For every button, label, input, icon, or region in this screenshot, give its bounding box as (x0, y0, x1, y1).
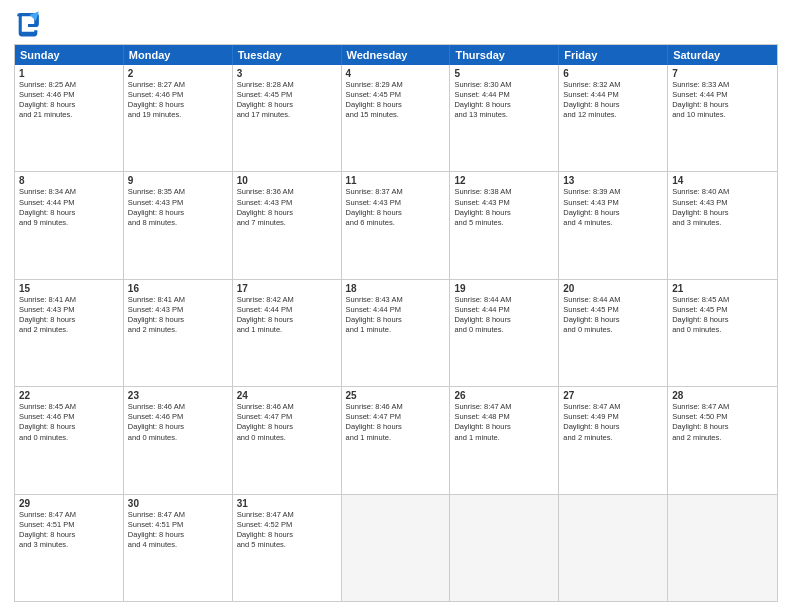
day-number: 30 (128, 498, 228, 509)
calendar-cell-1: 1Sunrise: 8:25 AM Sunset: 4:46 PM Daylig… (15, 65, 124, 171)
day-number: 5 (454, 68, 554, 79)
cell-info: Sunrise: 8:44 AM Sunset: 4:44 PM Dayligh… (454, 295, 554, 336)
cell-info: Sunrise: 8:45 AM Sunset: 4:46 PM Dayligh… (19, 402, 119, 443)
calendar-cell-17: 17Sunrise: 8:42 AM Sunset: 4:44 PM Dayli… (233, 280, 342, 386)
header-day-monday: Monday (124, 45, 233, 65)
day-number: 25 (346, 390, 446, 401)
top-area (14, 10, 778, 38)
calendar-cell-empty-4-3 (342, 495, 451, 601)
logo-icon (14, 10, 42, 38)
calendar-row-4: 22Sunrise: 8:45 AM Sunset: 4:46 PM Dayli… (15, 386, 777, 493)
calendar-cell-empty-4-4 (450, 495, 559, 601)
calendar-cell-16: 16Sunrise: 8:41 AM Sunset: 4:43 PM Dayli… (124, 280, 233, 386)
calendar-cell-29: 29Sunrise: 8:47 AM Sunset: 4:51 PM Dayli… (15, 495, 124, 601)
cell-info: Sunrise: 8:47 AM Sunset: 4:49 PM Dayligh… (563, 402, 663, 443)
cell-info: Sunrise: 8:46 AM Sunset: 4:47 PM Dayligh… (346, 402, 446, 443)
cell-info: Sunrise: 8:39 AM Sunset: 4:43 PM Dayligh… (563, 187, 663, 228)
day-number: 28 (672, 390, 773, 401)
cell-info: Sunrise: 8:42 AM Sunset: 4:44 PM Dayligh… (237, 295, 337, 336)
day-number: 14 (672, 175, 773, 186)
day-number: 16 (128, 283, 228, 294)
calendar-cell-31: 31Sunrise: 8:47 AM Sunset: 4:52 PM Dayli… (233, 495, 342, 601)
calendar-cell-21: 21Sunrise: 8:45 AM Sunset: 4:45 PM Dayli… (668, 280, 777, 386)
day-number: 9 (128, 175, 228, 186)
cell-info: Sunrise: 8:41 AM Sunset: 4:43 PM Dayligh… (19, 295, 119, 336)
calendar-cell-14: 14Sunrise: 8:40 AM Sunset: 4:43 PM Dayli… (668, 172, 777, 278)
day-number: 10 (237, 175, 337, 186)
calendar-cell-27: 27Sunrise: 8:47 AM Sunset: 4:49 PM Dayli… (559, 387, 668, 493)
calendar-cell-12: 12Sunrise: 8:38 AM Sunset: 4:43 PM Dayli… (450, 172, 559, 278)
calendar-cell-15: 15Sunrise: 8:41 AM Sunset: 4:43 PM Dayli… (15, 280, 124, 386)
header-day-saturday: Saturday (668, 45, 777, 65)
cell-info: Sunrise: 8:41 AM Sunset: 4:43 PM Dayligh… (128, 295, 228, 336)
calendar-cell-2: 2Sunrise: 8:27 AM Sunset: 4:46 PM Daylig… (124, 65, 233, 171)
calendar: SundayMondayTuesdayWednesdayThursdayFrid… (14, 44, 778, 602)
cell-info: Sunrise: 8:36 AM Sunset: 4:43 PM Dayligh… (237, 187, 337, 228)
day-number: 6 (563, 68, 663, 79)
day-number: 15 (19, 283, 119, 294)
calendar-cell-25: 25Sunrise: 8:46 AM Sunset: 4:47 PM Dayli… (342, 387, 451, 493)
calendar-row-1: 1Sunrise: 8:25 AM Sunset: 4:46 PM Daylig… (15, 65, 777, 171)
calendar-cell-22: 22Sunrise: 8:45 AM Sunset: 4:46 PM Dayli… (15, 387, 124, 493)
cell-info: Sunrise: 8:47 AM Sunset: 4:48 PM Dayligh… (454, 402, 554, 443)
calendar-cell-5: 5Sunrise: 8:30 AM Sunset: 4:44 PM Daylig… (450, 65, 559, 171)
day-number: 21 (672, 283, 773, 294)
header-day-thursday: Thursday (450, 45, 559, 65)
calendar-cell-23: 23Sunrise: 8:46 AM Sunset: 4:46 PM Dayli… (124, 387, 233, 493)
calendar-row-3: 15Sunrise: 8:41 AM Sunset: 4:43 PM Dayli… (15, 279, 777, 386)
cell-info: Sunrise: 8:38 AM Sunset: 4:43 PM Dayligh… (454, 187, 554, 228)
cell-info: Sunrise: 8:46 AM Sunset: 4:47 PM Dayligh… (237, 402, 337, 443)
calendar-cell-3: 3Sunrise: 8:28 AM Sunset: 4:45 PM Daylig… (233, 65, 342, 171)
cell-info: Sunrise: 8:46 AM Sunset: 4:46 PM Dayligh… (128, 402, 228, 443)
calendar-cell-11: 11Sunrise: 8:37 AM Sunset: 4:43 PM Dayli… (342, 172, 451, 278)
cell-info: Sunrise: 8:35 AM Sunset: 4:43 PM Dayligh… (128, 187, 228, 228)
cell-info: Sunrise: 8:47 AM Sunset: 4:51 PM Dayligh… (128, 510, 228, 551)
day-number: 13 (563, 175, 663, 186)
cell-info: Sunrise: 8:25 AM Sunset: 4:46 PM Dayligh… (19, 80, 119, 121)
calendar-cell-7: 7Sunrise: 8:33 AM Sunset: 4:44 PM Daylig… (668, 65, 777, 171)
page: SundayMondayTuesdayWednesdayThursdayFrid… (0, 0, 792, 612)
cell-info: Sunrise: 8:27 AM Sunset: 4:46 PM Dayligh… (128, 80, 228, 121)
cell-info: Sunrise: 8:44 AM Sunset: 4:45 PM Dayligh… (563, 295, 663, 336)
cell-info: Sunrise: 8:37 AM Sunset: 4:43 PM Dayligh… (346, 187, 446, 228)
calendar-cell-empty-4-6 (668, 495, 777, 601)
day-number: 19 (454, 283, 554, 294)
day-number: 12 (454, 175, 554, 186)
cell-info: Sunrise: 8:47 AM Sunset: 4:50 PM Dayligh… (672, 402, 773, 443)
header-day-friday: Friday (559, 45, 668, 65)
day-number: 11 (346, 175, 446, 186)
calendar-cell-28: 28Sunrise: 8:47 AM Sunset: 4:50 PM Dayli… (668, 387, 777, 493)
day-number: 17 (237, 283, 337, 294)
cell-info: Sunrise: 8:43 AM Sunset: 4:44 PM Dayligh… (346, 295, 446, 336)
day-number: 1 (19, 68, 119, 79)
cell-info: Sunrise: 8:29 AM Sunset: 4:45 PM Dayligh… (346, 80, 446, 121)
cell-info: Sunrise: 8:28 AM Sunset: 4:45 PM Dayligh… (237, 80, 337, 121)
day-number: 2 (128, 68, 228, 79)
cell-info: Sunrise: 8:47 AM Sunset: 4:51 PM Dayligh… (19, 510, 119, 551)
calendar-body: 1Sunrise: 8:25 AM Sunset: 4:46 PM Daylig… (15, 65, 777, 601)
header-day-tuesday: Tuesday (233, 45, 342, 65)
day-number: 29 (19, 498, 119, 509)
day-number: 18 (346, 283, 446, 294)
calendar-cell-26: 26Sunrise: 8:47 AM Sunset: 4:48 PM Dayli… (450, 387, 559, 493)
calendar-header: SundayMondayTuesdayWednesdayThursdayFrid… (15, 45, 777, 65)
cell-info: Sunrise: 8:47 AM Sunset: 4:52 PM Dayligh… (237, 510, 337, 551)
day-number: 27 (563, 390, 663, 401)
header-day-sunday: Sunday (15, 45, 124, 65)
header-day-wednesday: Wednesday (342, 45, 451, 65)
day-number: 23 (128, 390, 228, 401)
cell-info: Sunrise: 8:34 AM Sunset: 4:44 PM Dayligh… (19, 187, 119, 228)
cell-info: Sunrise: 8:40 AM Sunset: 4:43 PM Dayligh… (672, 187, 773, 228)
calendar-cell-empty-4-5 (559, 495, 668, 601)
cell-info: Sunrise: 8:30 AM Sunset: 4:44 PM Dayligh… (454, 80, 554, 121)
calendar-row-2: 8Sunrise: 8:34 AM Sunset: 4:44 PM Daylig… (15, 171, 777, 278)
calendar-cell-19: 19Sunrise: 8:44 AM Sunset: 4:44 PM Dayli… (450, 280, 559, 386)
day-number: 4 (346, 68, 446, 79)
calendar-cell-24: 24Sunrise: 8:46 AM Sunset: 4:47 PM Dayli… (233, 387, 342, 493)
day-number: 7 (672, 68, 773, 79)
calendar-cell-10: 10Sunrise: 8:36 AM Sunset: 4:43 PM Dayli… (233, 172, 342, 278)
calendar-cell-8: 8Sunrise: 8:34 AM Sunset: 4:44 PM Daylig… (15, 172, 124, 278)
day-number: 20 (563, 283, 663, 294)
day-number: 22 (19, 390, 119, 401)
day-number: 24 (237, 390, 337, 401)
